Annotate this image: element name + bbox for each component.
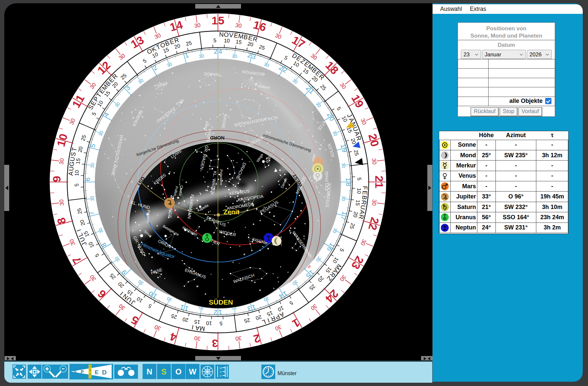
svg-text:5: 5 xyxy=(219,321,223,326)
svg-text:U: U xyxy=(67,166,75,171)
svg-text:15: 15 xyxy=(194,319,200,325)
svg-text:30: 30 xyxy=(194,22,201,29)
svg-text:15: 15 xyxy=(355,199,361,206)
svg-text:2: 2 xyxy=(214,48,217,55)
svg-text:5: 5 xyxy=(213,38,217,43)
svg-text:4: 4 xyxy=(218,48,222,55)
svg-text:8: 8 xyxy=(345,182,352,186)
svg-text:10: 10 xyxy=(74,170,80,176)
svg-text:30: 30 xyxy=(199,53,204,59)
svg-text:Zenit: Zenit xyxy=(224,208,239,216)
svg-text:NORD: NORD xyxy=(210,135,225,141)
svg-text:Polarstern: Polarstern xyxy=(219,169,223,185)
svg-text:D: D xyxy=(102,369,107,376)
svg-text:M: M xyxy=(199,325,205,333)
svg-text:E: E xyxy=(361,191,368,195)
svg-text:30: 30 xyxy=(235,22,242,29)
svg-text:O: O xyxy=(224,31,229,38)
svg-text:30: 30 xyxy=(58,199,65,206)
svg-text:0: 0 xyxy=(220,374,222,377)
svg-text:10: 10 xyxy=(206,320,212,326)
svg-text:9: 9 xyxy=(50,176,63,182)
svg-text:30: 30 xyxy=(341,195,347,201)
svg-text:Prokyon: Prokyon xyxy=(146,210,151,223)
svg-text:N: N xyxy=(147,367,152,376)
svg-text:5: 5 xyxy=(74,183,79,187)
svg-text:N: N xyxy=(219,31,224,38)
svg-text:30: 30 xyxy=(235,335,242,342)
svg-text:E: E xyxy=(95,369,98,375)
svg-text:30: 30 xyxy=(231,53,237,59)
svg-text:DELPHIN: DELPHIN xyxy=(324,171,329,190)
svg-text:5: 5 xyxy=(357,177,362,181)
svg-text:V: V xyxy=(229,31,234,39)
svg-text:10: 10 xyxy=(219,367,222,370)
svg-text:S: S xyxy=(74,370,76,374)
svg-text:1: 1 xyxy=(345,178,352,181)
svg-text:30: 30 xyxy=(341,163,347,168)
svg-text:1: 1 xyxy=(373,182,386,189)
svg-text:B: B xyxy=(361,195,368,200)
svg-text:5: 5 xyxy=(218,14,225,27)
svg-text:10: 10 xyxy=(356,188,362,194)
svg-text:30: 30 xyxy=(58,158,65,165)
svg-text:SÜDEN: SÜDEN xyxy=(209,298,233,306)
svg-text:P: P xyxy=(81,369,84,374)
svg-text:1: 1 xyxy=(218,309,222,316)
svg-text:F: F xyxy=(361,186,368,190)
svg-text:30: 30 xyxy=(371,158,378,165)
svg-text:WAAGE: WAAGE xyxy=(203,72,220,77)
svg-text:15: 15 xyxy=(75,158,81,164)
svg-text:S: S xyxy=(161,367,167,376)
svg-text:30: 30 xyxy=(371,199,378,206)
svg-text:W: W xyxy=(189,367,197,376)
svg-text:1: 1 xyxy=(212,14,218,27)
svg-text:30: 30 xyxy=(194,335,201,342)
svg-text:30: 30 xyxy=(89,195,95,201)
svg-text:2: 2 xyxy=(214,309,217,316)
svg-text:15: 15 xyxy=(235,39,242,45)
svg-text:2: 2 xyxy=(373,176,386,182)
svg-text:A: A xyxy=(67,171,74,176)
svg-text:6: 6 xyxy=(84,177,91,181)
svg-text:10: 10 xyxy=(224,38,230,44)
svg-text:3: 3 xyxy=(212,337,218,350)
svg-text:30: 30 xyxy=(89,163,95,168)
svg-text:5: 5 xyxy=(220,371,222,373)
svg-text:O: O xyxy=(175,367,182,376)
